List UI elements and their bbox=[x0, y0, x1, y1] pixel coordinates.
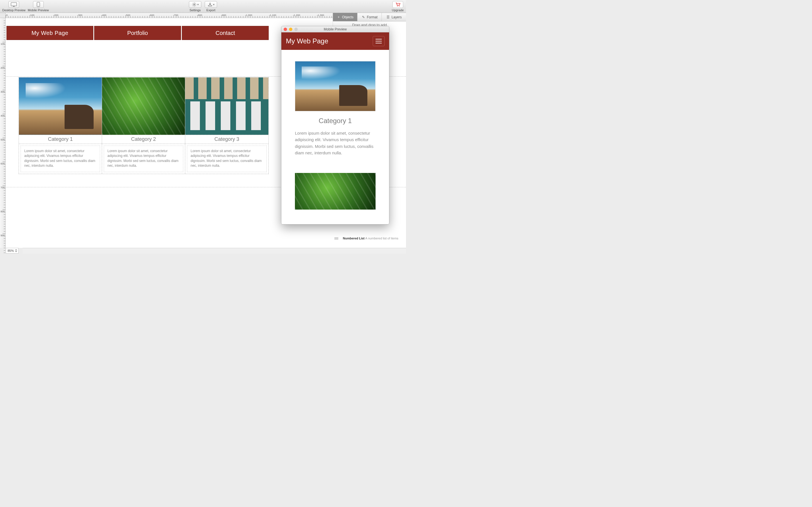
category-text[interactable]: Lorem ipsum dolor sit amet, consectetur … bbox=[187, 146, 267, 172]
mobile-body: My Web Page Category 1 Lorem ipsum dolor… bbox=[282, 33, 389, 224]
hamburger-icon[interactable] bbox=[373, 36, 385, 46]
gear-icon: ▾ bbox=[189, 1, 201, 8]
object-list-item[interactable]: Numbered List A numbered list of items bbox=[335, 234, 405, 242]
category-text[interactable]: Lorem ipsum dolor sit amet, consectetur … bbox=[104, 146, 183, 172]
mobile-preview-button[interactable]: Mobile Preview bbox=[28, 1, 49, 12]
desktop-preview-label: Desktop Preview bbox=[2, 8, 26, 12]
settings-button[interactable]: ▾ Settings bbox=[189, 1, 201, 12]
category-column[interactable]: Category 2 Lorem ipsum dolor sit amet, c… bbox=[102, 77, 185, 174]
category-column[interactable]: Category 1 Lorem ipsum dolor sit amet, c… bbox=[19, 77, 102, 174]
nav-item-brand[interactable]: My Web Page bbox=[6, 26, 93, 40]
mobile-nav: My Web Page bbox=[282, 33, 389, 50]
svg-rect-0 bbox=[11, 3, 17, 6]
tab-objects-label: Objects bbox=[342, 15, 354, 19]
svg-rect-1 bbox=[13, 6, 15, 7]
page-nav: My Web Page Portfolio Contact bbox=[6, 26, 269, 40]
desktop-preview-button[interactable]: Desktop Preview bbox=[2, 1, 26, 12]
mobile-content: Category 1 Lorem ipsum dolor sit amet, c… bbox=[282, 50, 389, 210]
pencil-icon: ✎ bbox=[361, 15, 365, 19]
export-button[interactable]: ▾ Export bbox=[205, 1, 217, 12]
svg-point-4 bbox=[193, 4, 195, 5]
numbered-list-desc: A numbered list of items bbox=[365, 237, 398, 240]
mobile-preview-window[interactable]: Mobile Preview My Web Page Category 1 Lo… bbox=[281, 26, 389, 224]
upgrade-button[interactable]: Upgrade bbox=[392, 1, 404, 12]
mobile-titlebar[interactable]: Mobile Preview bbox=[282, 26, 389, 33]
zoom-select[interactable]: 85% bbox=[6, 248, 18, 253]
mobile-nav-title: My Web Page bbox=[286, 37, 328, 45]
mobile-preview-label: Mobile Preview bbox=[28, 8, 49, 12]
tab-layers[interactable]: ☰ Layers bbox=[382, 13, 406, 21]
mobile-category-image bbox=[295, 173, 375, 210]
inspector-tabs: ＋ Objects ✎ Format ☰ Layers bbox=[333, 13, 406, 21]
mobile-category-title: Category 1 bbox=[295, 117, 375, 125]
settings-label: Settings bbox=[190, 8, 201, 12]
category-image[interactable] bbox=[19, 77, 102, 135]
category-image[interactable] bbox=[102, 77, 185, 135]
mobile-icon bbox=[33, 1, 44, 8]
layers-icon: ☰ bbox=[386, 15, 390, 19]
numbered-list-icon bbox=[335, 237, 341, 239]
app-toolbar: Desktop Preview Mobile Preview ▾ Setting… bbox=[0, 0, 406, 13]
tab-format-label: Format bbox=[367, 15, 377, 19]
tab-format[interactable]: ✎ Format bbox=[357, 13, 382, 21]
numbered-list-title: Numbered List bbox=[343, 237, 364, 240]
svg-point-3 bbox=[38, 6, 39, 6]
category-image[interactable] bbox=[185, 77, 268, 135]
desktop-icon bbox=[8, 1, 19, 8]
bottom-scrollbar[interactable] bbox=[22, 248, 406, 253]
mobile-window-title: Mobile Preview bbox=[282, 27, 389, 31]
mobile-category-text: Lorem ipsum dolor sit amet, consectetur … bbox=[295, 130, 375, 156]
category-title[interactable]: Category 2 bbox=[102, 135, 185, 144]
mobile-category-image bbox=[295, 61, 375, 111]
export-label: Export bbox=[206, 8, 215, 12]
plus-icon: ＋ bbox=[337, 15, 341, 19]
svg-point-5 bbox=[397, 6, 398, 6]
nav-item-contact[interactable]: Contact bbox=[182, 26, 269, 40]
category-title[interactable]: Category 3 bbox=[185, 135, 268, 144]
nav-item-portfolio[interactable]: Portfolio bbox=[94, 26, 181, 40]
export-icon: ▾ bbox=[205, 1, 217, 8]
category-title[interactable]: Category 1 bbox=[19, 135, 102, 144]
upgrade-label: Upgrade bbox=[392, 8, 404, 12]
category-grid[interactable]: Category 1 Lorem ipsum dolor sit amet, c… bbox=[18, 77, 269, 174]
svg-point-6 bbox=[399, 6, 400, 6]
vertical-ruler: 100200300400500600700800900 bbox=[0, 18, 6, 248]
ruler-corner bbox=[0, 13, 6, 18]
category-text[interactable]: Lorem ipsum dolor sit amet, consectetur … bbox=[20, 146, 100, 172]
tab-objects[interactable]: ＋ Objects bbox=[333, 13, 357, 21]
cart-icon bbox=[393, 1, 403, 8]
tab-layers-label: Layers bbox=[392, 15, 402, 19]
category-column[interactable]: Category 3 Lorem ipsum dolor sit amet, c… bbox=[185, 77, 268, 174]
